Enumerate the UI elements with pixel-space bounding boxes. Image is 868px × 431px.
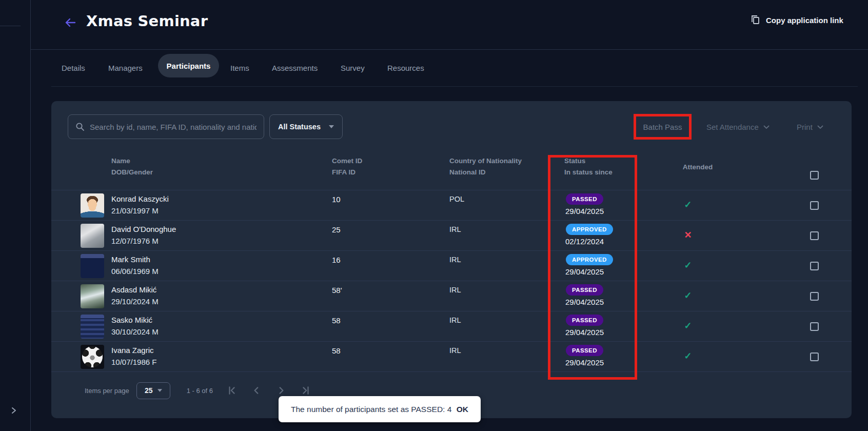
tab-assessments[interactable]: Assessments xyxy=(272,64,318,72)
expand-sidebar-icon[interactable] xyxy=(9,405,19,416)
last-page-icon[interactable] xyxy=(300,385,311,396)
participant-dob-gender: 12/07/1976 M xyxy=(111,237,159,245)
column-header-country: Country of NationalityNational ID xyxy=(449,157,522,176)
avatar xyxy=(81,254,104,278)
batch-pass-button[interactable]: Batch Pass xyxy=(634,114,692,140)
tab-items[interactable]: Items xyxy=(230,64,249,72)
attended-mark: ✓ xyxy=(678,199,698,210)
row-checkbox[interactable] xyxy=(810,201,819,210)
country-of-nationality: IRL xyxy=(449,286,461,294)
row-checkbox[interactable] xyxy=(810,231,819,240)
items-per-page-label: Items per page xyxy=(85,387,129,395)
page-size-value: 25 xyxy=(145,386,153,395)
left-sidebar-rail xyxy=(0,0,31,431)
comet-id: 58' xyxy=(332,286,342,295)
previous-page-icon[interactable] xyxy=(251,385,262,396)
page-size-select[interactable]: 25 xyxy=(136,382,170,399)
row-checkbox[interactable] xyxy=(810,292,819,301)
attended-mark: ✓ xyxy=(678,320,698,331)
status-badge: PASSED xyxy=(566,315,603,326)
tab-participants-label: Participants xyxy=(167,62,211,70)
chevron-down-icon xyxy=(157,389,162,392)
copy-application-link-button[interactable]: Copy application link xyxy=(750,14,843,26)
table-row[interactable]: Ivana Zagric 10/07/1986 F 58 IRL PASSED … xyxy=(51,342,852,372)
page-title: Xmas Seminar xyxy=(86,12,208,30)
print-button[interactable]: Print xyxy=(797,114,823,139)
attended-mark: ✓ xyxy=(678,350,698,362)
in-status-since: 02/12/2024 xyxy=(565,237,604,246)
table-row[interactable]: Konrad Kaszycki 21/03/1997 M 10 POL PASS… xyxy=(51,190,852,221)
pagination-bar: Items per page 25 1 - 6 of 6 xyxy=(85,380,311,401)
status-badge: APPROVED xyxy=(566,224,613,235)
comet-id: 10 xyxy=(332,195,341,204)
row-checkbox[interactable] xyxy=(810,262,819,270)
country-of-nationality: IRL xyxy=(449,256,461,264)
page-range-label: 1 - 6 of 6 xyxy=(187,387,213,395)
search-box xyxy=(68,114,264,139)
column-header-comet-id: Comet IDFIFA ID xyxy=(332,157,362,176)
print-label: Print xyxy=(797,123,813,131)
participant-name: Sasko Mikić xyxy=(111,316,152,324)
next-page-icon[interactable] xyxy=(275,385,287,396)
first-page-icon[interactable] xyxy=(226,385,238,396)
participant-dob-gender: 29/10/2024 M xyxy=(111,297,159,306)
batch-pass-label: Batch Pass xyxy=(643,123,682,131)
status-badge: PASSED xyxy=(566,193,603,205)
avatar xyxy=(81,193,104,218)
table-row[interactable]: Mark Smith 06/06/1969 M 16 IRL APPROVED … xyxy=(51,251,852,281)
status-filter-value: All Statuses xyxy=(278,123,321,131)
copy-icon xyxy=(750,14,761,26)
tab-participants[interactable]: Participants xyxy=(158,54,219,77)
search-input[interactable] xyxy=(90,123,257,131)
chevron-down-icon xyxy=(763,125,770,129)
country-of-nationality: POL xyxy=(449,195,464,203)
tab-resources[interactable]: Resources xyxy=(387,64,424,72)
comet-id: 58 xyxy=(332,316,341,325)
tab-managers[interactable]: Managers xyxy=(108,64,143,72)
avatar xyxy=(81,284,104,308)
tab-survey[interactable]: Survey xyxy=(341,64,365,72)
attended-mark: ✕ xyxy=(678,229,698,241)
set-attendance-label: Set Attendance xyxy=(706,123,759,131)
participants-panel: All Statuses Batch Pass Set Attendance P… xyxy=(51,101,852,418)
chevron-down-icon xyxy=(329,125,334,128)
copy-application-link-label: Copy application link xyxy=(766,16,843,25)
in-status-since: 29/04/2025 xyxy=(565,207,604,215)
select-all-checkbox[interactable] xyxy=(810,171,819,180)
set-attendance-button[interactable]: Set Attendance xyxy=(706,114,770,139)
table-row[interactable]: David O'Donoghue 12/07/1976 M 25 IRL APP… xyxy=(51,221,852,251)
participant-name: Konrad Kaszycki xyxy=(111,194,169,203)
tabs-divider xyxy=(51,86,858,87)
toast-ok-button[interactable]: OK xyxy=(457,405,468,414)
column-header-status: StatusIn status since xyxy=(564,157,613,176)
tab-details[interactable]: Details xyxy=(62,64,85,72)
participant-name: Asdasd Mikić xyxy=(111,285,156,294)
status-badge: APPROVED xyxy=(566,254,613,265)
avatar xyxy=(81,345,104,369)
chevron-down-icon xyxy=(817,125,823,129)
participant-name: Mark Smith xyxy=(111,255,150,264)
column-header-name: NameDOB/Gender xyxy=(111,157,153,176)
in-status-since: 29/04/2025 xyxy=(565,358,604,367)
in-status-since: 29/04/2025 xyxy=(565,267,604,276)
participant-dob-gender: 30/10/2024 M xyxy=(111,327,159,336)
status-filter-select[interactable]: All Statuses xyxy=(269,114,343,139)
avatar xyxy=(81,224,104,248)
country-of-nationality: IRL xyxy=(449,225,461,233)
participant-name: Ivana Zagric xyxy=(111,346,154,355)
table-header: NameDOB/Gender Comet IDFIFA ID Country o… xyxy=(51,150,852,190)
row-checkbox[interactable] xyxy=(810,352,819,361)
toast-notification: The number of participants set as PASSED… xyxy=(279,396,481,422)
participant-dob-gender: 06/06/1969 M xyxy=(111,267,159,276)
column-header-attended: Attended xyxy=(667,163,728,171)
table-row[interactable]: Asdasd Mikić 29/10/2024 M 58' IRL PASSED… xyxy=(51,281,852,311)
participant-dob-gender: 21/03/1997 M xyxy=(111,206,159,215)
row-checkbox[interactable] xyxy=(810,322,819,331)
table-row[interactable]: Sasko Mikić 30/10/2024 M 58 IRL PASSED 2… xyxy=(51,311,852,342)
country-of-nationality: IRL xyxy=(449,346,461,355)
back-arrow-icon[interactable] xyxy=(64,16,77,29)
attended-mark: ✓ xyxy=(678,260,698,271)
attended-mark: ✓ xyxy=(678,290,698,301)
participant-name: David O'Donoghue xyxy=(111,225,176,233)
comet-id: 16 xyxy=(332,256,341,264)
